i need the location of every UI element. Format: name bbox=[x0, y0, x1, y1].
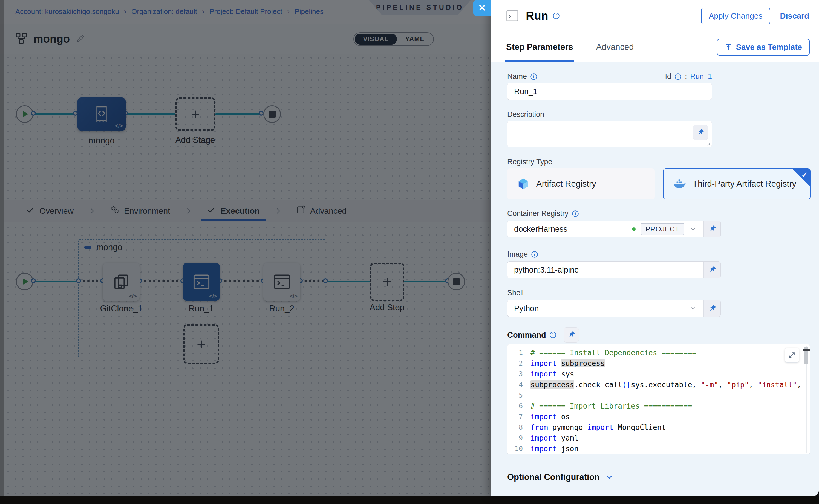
code-line[interactable]: 6# ====== Import Libraries =========== bbox=[508, 401, 810, 411]
docker-icon bbox=[673, 178, 686, 190]
code-line[interactable]: 5 bbox=[508, 390, 810, 401]
id-label: Id bbox=[665, 72, 671, 81]
pipeline-end-node[interactable] bbox=[263, 105, 281, 123]
container-registry-select[interactable]: dockerHarness PROJECT bbox=[507, 221, 721, 237]
custom-stage-icon bbox=[94, 105, 109, 123]
info-icon[interactable] bbox=[675, 73, 682, 80]
stage-tab-environment[interactable]: Environment bbox=[103, 200, 178, 222]
registry-option-artifact[interactable]: Artifact Registry bbox=[507, 168, 655, 199]
stage-tab-execution[interactable]: Execution bbox=[199, 200, 267, 222]
info-icon[interactable] bbox=[553, 12, 560, 19]
code-line[interactable]: 8from pymongo import MongoClient bbox=[508, 422, 810, 433]
visual-yaml-toggle: VISUAL YAML bbox=[353, 32, 434, 46]
add-step-label: Add Step bbox=[351, 303, 423, 312]
pin-input-type-button[interactable] bbox=[704, 262, 720, 278]
edit-pencil-icon[interactable] bbox=[76, 33, 86, 44]
breadcrumb-item[interactable]: Organization: default bbox=[131, 7, 197, 16]
stage-tab-label: Overview bbox=[39, 206, 74, 216]
shell-select[interactable]: Python bbox=[507, 300, 721, 317]
save-as-template-button[interactable]: Save as Template bbox=[717, 39, 810, 56]
step-node-run1[interactable]: </> bbox=[183, 263, 220, 301]
line-number: 8 bbox=[508, 423, 531, 431]
execution-end-node[interactable] bbox=[448, 273, 465, 290]
stage-tab-bar: OverviewEnvironmentExecutionAdvanced bbox=[4, 200, 491, 222]
connector-line bbox=[126, 113, 175, 115]
line-number: 3 bbox=[508, 370, 531, 378]
code-line[interactable]: 2import subprocess bbox=[508, 358, 810, 369]
pin-input-type-button[interactable] bbox=[704, 221, 720, 237]
breadcrumb-item[interactable]: Project: Default Project bbox=[209, 7, 282, 16]
step-node-gitclone[interactable]: </> bbox=[103, 263, 140, 301]
image-input[interactable]: python:3.11-alpine bbox=[514, 265, 697, 274]
stage-node-mongo[interactable]: </> bbox=[77, 97, 126, 131]
shell-label: Shell bbox=[507, 289, 811, 297]
id-value[interactable]: Run_1 bbox=[690, 72, 712, 81]
pipeline-icon bbox=[15, 32, 27, 45]
pin-icon bbox=[708, 266, 716, 274]
registry-type-label: Registry Type bbox=[507, 158, 811, 166]
stage-tab-label: Environment bbox=[124, 206, 170, 216]
overview-ruler-mark bbox=[803, 349, 810, 351]
info-icon[interactable] bbox=[531, 251, 538, 258]
name-input[interactable]: Run_1 bbox=[507, 83, 712, 100]
screen-bottom-bar bbox=[0, 496, 819, 504]
git-clone-icon bbox=[113, 273, 130, 290]
info-icon[interactable] bbox=[572, 210, 579, 217]
connector-port bbox=[31, 111, 36, 116]
dotted-connector bbox=[220, 280, 263, 282]
description-textarea[interactable] bbox=[507, 121, 712, 147]
left-nav-rail bbox=[0, 0, 4, 496]
stop-icon bbox=[453, 278, 460, 285]
code-line[interactable]: 1# ====== Install Dependencies ======== bbox=[508, 347, 810, 358]
code-badge: </> bbox=[209, 293, 217, 299]
stage-tab-overview[interactable]: Overview bbox=[18, 200, 81, 222]
close-panel-button[interactable]: ✕ bbox=[473, 0, 491, 16]
breadcrumb-item[interactable]: Pipelines bbox=[294, 7, 323, 16]
pin-input-type-button[interactable] bbox=[693, 125, 708, 140]
add-step-button[interactable]: + bbox=[370, 263, 404, 301]
pipeline-start-node[interactable] bbox=[16, 105, 33, 123]
stage-tab-advanced[interactable]: Advanced bbox=[289, 200, 354, 222]
step-id: Id : Run_1 bbox=[665, 72, 712, 81]
code-line-content: import json bbox=[531, 444, 810, 453]
expand-editor-button[interactable] bbox=[785, 348, 799, 363]
optional-configuration-toggle[interactable]: Optional Configuration bbox=[507, 472, 811, 482]
connector-line bbox=[215, 113, 263, 115]
chevron-down-icon[interactable] bbox=[689, 305, 697, 312]
code-line[interactable]: 9import yaml bbox=[508, 433, 810, 443]
info-icon[interactable] bbox=[530, 73, 537, 80]
pin-input-type-button[interactable] bbox=[704, 300, 720, 317]
resize-handle[interactable] bbox=[707, 142, 710, 146]
code-line[interactable]: 7import os bbox=[508, 411, 810, 422]
tab-advanced[interactable]: Advanced bbox=[596, 32, 634, 62]
shell-value: Python bbox=[514, 304, 684, 313]
collapse-group-icon[interactable] bbox=[84, 246, 91, 249]
add-parallel-step-button[interactable]: + bbox=[183, 324, 219, 364]
code-line[interactable]: 3import sys bbox=[508, 369, 810, 379]
visual-toggle[interactable]: VISUAL bbox=[355, 34, 397, 45]
command-code-editor[interactable]: 1# ====== Install Dependencies ========2… bbox=[507, 344, 810, 454]
group-label: mongo bbox=[96, 242, 122, 252]
registry-option-third-party[interactable]: Third-Party Artifact Registry ✓ bbox=[663, 168, 811, 199]
step-node-run2[interactable]: </> bbox=[263, 263, 300, 301]
code-line[interactable]: 10import json bbox=[508, 443, 810, 454]
pin-icon bbox=[696, 128, 705, 137]
pin-input-type-button[interactable] bbox=[564, 327, 579, 343]
code-line[interactable]: 4subprocess.check_call([sys.executable, … bbox=[508, 379, 810, 390]
pipeline-toolbar: mongo VISUAL YAML bbox=[0, 24, 491, 54]
yaml-toggle[interactable]: YAML bbox=[397, 34, 433, 45]
apply-changes-button[interactable]: Apply Changes bbox=[701, 8, 770, 24]
tab-separator-chevron-icon bbox=[184, 207, 192, 215]
pin-icon bbox=[708, 225, 716, 233]
play-icon bbox=[23, 111, 28, 117]
execution-start-node[interactable] bbox=[16, 273, 33, 290]
tab-separator-chevron-icon bbox=[274, 207, 282, 215]
chevron-down-icon[interactable] bbox=[689, 225, 697, 233]
tab-step-parameters[interactable]: Step Parameters bbox=[506, 32, 573, 62]
connector-line bbox=[33, 113, 77, 115]
connector-port bbox=[31, 278, 36, 283]
info-icon[interactable] bbox=[549, 331, 557, 338]
discard-button[interactable]: Discard bbox=[780, 11, 809, 21]
breadcrumb-item[interactable]: Account: kurosakiichigo.songoku bbox=[15, 7, 119, 16]
add-stage-button[interactable]: + bbox=[175, 97, 215, 131]
